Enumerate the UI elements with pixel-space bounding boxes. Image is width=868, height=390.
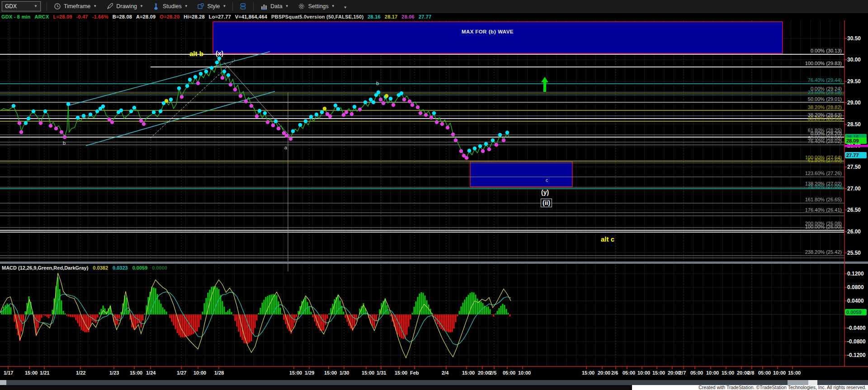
time-axis-label: 1/28 [214, 370, 224, 376]
signal-dot [274, 119, 278, 124]
signal-dot [271, 124, 275, 128]
time-axis-label: 2/7 [679, 370, 686, 376]
wave-annotation: b [376, 81, 379, 86]
signal-dot [89, 113, 93, 117]
signal-dot [491, 138, 495, 143]
signal-dot [323, 107, 327, 111]
macd-axis-label: -0.1200 [847, 352, 866, 358]
macd-indicator-title: MACD (12,26,9,Green,Red,DarkGray)0.03820… [2, 265, 172, 271]
time-axis-label: 2/6 [611, 370, 618, 376]
signal-dot [24, 121, 28, 125]
signal-dot [350, 112, 354, 116]
signal-dot [250, 104, 254, 108]
wave-annotation: c [218, 57, 221, 62]
wave-annotation: alt c [601, 235, 614, 243]
signal-dot [229, 83, 233, 87]
signal-dot [459, 149, 463, 153]
signal-dot [49, 124, 53, 128]
signal-dot [419, 111, 423, 115]
signal-dot [193, 75, 198, 79]
signal-dot [180, 95, 184, 99]
price-badge: 27.77 [845, 152, 867, 158]
price-axis-label: 29.50 [847, 78, 861, 85]
signal-dot [204, 70, 208, 74]
signal-dot [277, 127, 281, 131]
price-badge: 28.09 [845, 138, 867, 144]
grid [0, 20, 844, 366]
copyright-text: Created with TradeStation. ©TradeStation… [698, 385, 866, 390]
signal-dot [258, 109, 262, 113]
time-axis-label: 05:00 [503, 370, 515, 376]
signal-dot [454, 138, 458, 143]
signal-dot [429, 116, 434, 120]
signal-dot [309, 115, 313, 119]
signal-dot [66, 102, 71, 106]
signal-dot [199, 72, 203, 76]
signal-dot [446, 126, 450, 130]
price-axis-label: 26.00 [847, 228, 861, 235]
signal-dot [328, 114, 332, 119]
signal-dot [255, 114, 259, 119]
time-axis-label: 05:00 [690, 370, 703, 376]
signal-dot [498, 133, 502, 137]
fib-level-label: 176.40% (26.41) [805, 207, 842, 213]
footer-bar: Created with TradeStation. ©TradeStation… [0, 385, 868, 390]
scrollbar-left-button[interactable] [0, 380, 6, 385]
wave-annotation: c [546, 177, 548, 183]
time-axis-label: 05:00 [623, 370, 635, 376]
signal-dot [244, 100, 248, 104]
signal-dot [416, 105, 420, 109]
signal-dot [289, 137, 293, 141]
time-axis-label: 15:00 [652, 370, 665, 376]
price-axis-label: 27.50 [847, 164, 861, 170]
signal-dot [95, 109, 99, 114]
green-up-arrow [541, 77, 548, 92]
signal-dot [18, 121, 22, 125]
fib-level-label: 23.60% (29.18) [808, 90, 842, 95]
signal-dot [408, 100, 412, 104]
signal-dot [110, 120, 114, 124]
time-axis-label: 15:00 [788, 370, 801, 376]
signal-dot [334, 104, 338, 108]
time-axis-label: 15:00 [25, 370, 38, 376]
price-axis-label: 26.50 [847, 207, 861, 213]
time-axis-label: 1/21 [40, 370, 49, 376]
time-axis-label: 1/24 [146, 370, 156, 376]
price-axis-label: 30.00 [847, 57, 861, 63]
macd-value-badge: 0.0059 [845, 309, 867, 315]
chart-canvas[interactable] [0, 0, 868, 390]
signal-dot [402, 98, 406, 102]
fib-level-label: 76.40% (29.44) [808, 77, 842, 83]
signal-dot [27, 117, 31, 121]
signal-dot [478, 144, 482, 148]
fib-level-label: 38.20% (28.82) [808, 105, 842, 110]
signal-dot [451, 133, 455, 137]
signal-dot [320, 110, 324, 114]
signal-dot [63, 135, 67, 139]
price-axis-label: 29.00 [847, 100, 861, 106]
signal-dot [101, 105, 105, 109]
time-axis-label: 2/8 [747, 370, 754, 376]
signal-dot [298, 123, 302, 127]
macd-pane [0, 273, 511, 358]
price-axis-label: 25.50 [847, 250, 861, 256]
signal-dot [481, 149, 485, 153]
tradestation-window: GDX ▼ Timeframe▼Drawing▼Studies▼Style▼Da… [0, 0, 868, 390]
time-axis-label: 15:00 [395, 370, 407, 376]
signal-dot [336, 107, 340, 111]
time-axis-label: 15:00 [324, 370, 337, 376]
time-axis-label: 1/30 [340, 370, 349, 376]
signal-dot [39, 121, 43, 125]
max-b-wave-label: MAX FOR {b} WAVE [462, 29, 514, 34]
signal-dot [43, 109, 47, 114]
signal-dot [382, 101, 386, 105]
max-b-wave-box [213, 22, 783, 53]
time-axis-label: 15:00 [722, 370, 734, 376]
macd-title-segment: 0.0059 [132, 265, 148, 271]
signal-dot [221, 76, 225, 80]
signal-dot [358, 108, 362, 112]
macd-axis-label: 0.0800 [847, 284, 864, 290]
time-axis-label: 15:00 [462, 370, 475, 376]
time-axis-label: 1/29 [305, 370, 314, 376]
signal-dot [82, 114, 86, 118]
